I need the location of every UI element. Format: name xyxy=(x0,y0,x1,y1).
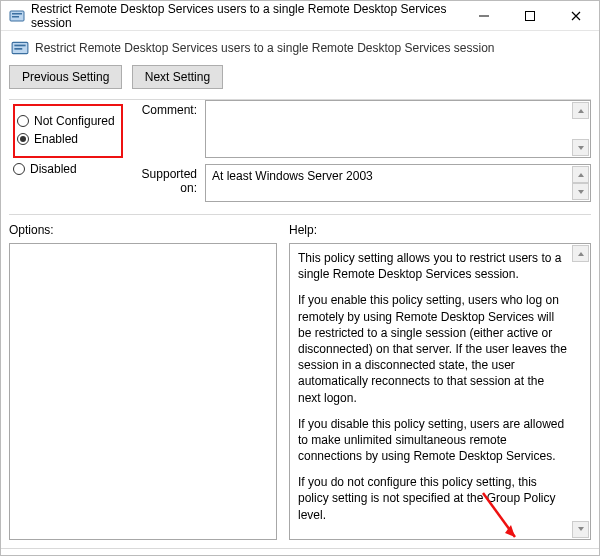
lower-area: Options: Help: This policy setting allow… xyxy=(1,215,599,548)
svg-rect-1 xyxy=(12,13,22,15)
highlight-box: Not Configured Enabled xyxy=(13,104,123,158)
nav-buttons: Previous Setting Next Setting xyxy=(1,61,599,99)
scroll-down-icon[interactable] xyxy=(572,183,589,200)
scroll-up-icon[interactable] xyxy=(572,245,589,262)
svg-rect-6 xyxy=(14,45,25,47)
supported-label: Supported on: xyxy=(127,164,205,195)
titlebar: Restrict Remote Desktop Services users t… xyxy=(1,1,599,31)
window-title: Restrict Remote Desktop Services users t… xyxy=(31,2,461,30)
options-label: Options: xyxy=(9,223,277,237)
comment-textarea[interactable] xyxy=(205,100,591,158)
policy-header: Restrict Remote Desktop Services users t… xyxy=(1,31,599,61)
help-label: Help: xyxy=(289,223,591,237)
supported-row: Supported on: At least Windows Server 20… xyxy=(127,164,591,202)
policy-title: Restrict Remote Desktop Services users t… xyxy=(35,41,495,55)
state-column: Not Configured Enabled Disabled xyxy=(9,100,127,208)
footer: OK Cancel Apply xyxy=(1,548,599,556)
scroll-up-icon[interactable] xyxy=(572,166,589,183)
svg-rect-3 xyxy=(479,15,489,16)
radio-icon xyxy=(17,115,29,127)
svg-rect-4 xyxy=(526,11,535,20)
help-paragraph: If you do not configure this policy sett… xyxy=(298,474,568,523)
policy-icon xyxy=(9,8,25,24)
help-paragraph: This policy setting allows you to restri… xyxy=(298,250,568,282)
radio-icon xyxy=(13,163,25,175)
options-pane: Options: xyxy=(9,223,277,540)
svg-rect-7 xyxy=(14,48,22,50)
help-box[interactable]: This policy setting allows you to restri… xyxy=(289,243,591,540)
radio-not-configured[interactable]: Not Configured xyxy=(17,114,119,128)
radio-icon xyxy=(17,133,29,145)
fields-column: Comment: Supported on: At least Windows … xyxy=(127,100,591,208)
scroll-down-icon[interactable] xyxy=(572,139,589,156)
supported-textarea: At least Windows Server 2003 xyxy=(205,164,591,202)
radio-enabled[interactable]: Enabled xyxy=(17,132,119,146)
options-box[interactable] xyxy=(9,243,277,540)
maximize-button[interactable] xyxy=(507,1,553,30)
next-setting-button[interactable]: Next Setting xyxy=(132,65,223,89)
radio-label: Not Configured xyxy=(34,114,115,128)
radio-disabled[interactable]: Disabled xyxy=(13,162,123,176)
supported-value: At least Windows Server 2003 xyxy=(212,169,373,183)
previous-setting-button[interactable]: Previous Setting xyxy=(9,65,122,89)
policy-icon xyxy=(11,39,29,57)
help-paragraph: If you enable this policy setting, users… xyxy=(298,292,568,405)
minimize-button[interactable] xyxy=(461,1,507,30)
svg-rect-2 xyxy=(12,16,19,18)
radio-label: Enabled xyxy=(34,132,78,146)
scroll-up-icon[interactable] xyxy=(572,102,589,119)
help-pane: Help: This policy setting allows you to … xyxy=(289,223,591,540)
comment-label: Comment: xyxy=(127,100,205,117)
radio-label: Disabled xyxy=(30,162,77,176)
close-button[interactable] xyxy=(553,1,599,30)
comment-row: Comment: xyxy=(127,100,591,158)
scroll-down-icon[interactable] xyxy=(572,521,589,538)
config-area: Not Configured Enabled Disabled Comment:… xyxy=(1,100,599,214)
help-paragraph: If you disable this policy setting, user… xyxy=(298,416,568,465)
